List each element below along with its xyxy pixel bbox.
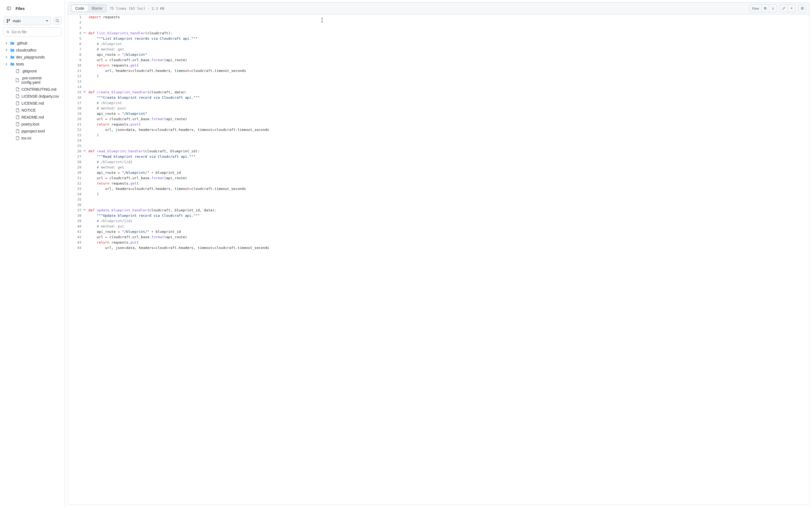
code-content[interactable]: api_route = "/blueprint" [85,111,809,116]
code-line[interactable]: 42 url = cloudcraft.url_base.format(api_… [68,234,809,240]
code-content[interactable] [85,202,809,208]
download-button[interactable] [769,4,777,12]
code-line[interactable]: 44 url, json=data, headers=cloudcraft.he… [68,245,809,250]
code-content[interactable]: api_route = "/blueprint/" + blueprint_id [85,229,809,234]
fold-toggle[interactable] [83,31,86,34]
code-line[interactable]: 34 ) [68,191,809,197]
code-line[interactable]: 12 ) [68,73,809,79]
code-content[interactable]: url, json=data, headers=cloudcraft.heade… [85,127,809,132]
code-content[interactable]: ) [85,132,809,138]
code-line[interactable]: 17 # /blueprint [68,100,809,106]
code-line[interactable]: 33 url, headers=cloudcraft.headers, time… [68,186,809,191]
line-number[interactable]: 19 [68,111,85,116]
code-line[interactable]: 36 [68,202,809,208]
tree-folder[interactable]: dev_playgrounds [3,54,61,61]
fold-toggle[interactable] [83,149,86,152]
code-line[interactable]: 5 """List blueprint records via Cloudcra… [68,36,809,41]
code-content[interactable] [85,197,809,202]
line-number[interactable]: 30 [68,170,85,175]
line-number[interactable]: 16 [68,95,85,100]
code-line[interactable]: 43 return requests.put( [68,240,809,245]
line-number[interactable]: 41 [68,229,85,234]
code-content[interactable]: url = cloudcraft.url_base.format(api_rou… [85,116,809,122]
code-line[interactable]: 10 return requests.get( [68,63,809,68]
raw-button[interactable]: Raw [750,4,762,12]
tab-code[interactable]: Code [71,5,88,11]
line-number[interactable]: 28 [68,159,85,165]
code-content[interactable] [85,79,809,84]
collapse-sidebar-button[interactable] [5,4,13,12]
code-line[interactable]: 1import requests [68,14,809,20]
line-number[interactable]: 20 [68,116,85,122]
line-number[interactable]: 38 [68,213,85,218]
code-content[interactable] [85,143,809,149]
code-content[interactable]: # method: put [85,224,809,229]
line-number[interactable]: 23 [68,132,85,138]
tree-file[interactable]: .pre-commit-config.yaml [3,74,61,86]
line-number[interactable]: 33 [68,186,85,191]
code-line[interactable]: 31 url = cloudcraft.url_base.format(api_… [68,175,809,181]
line-number[interactable]: 11 [68,68,85,73]
search-repo-button[interactable] [53,17,61,25]
code-content[interactable]: def update_blueprint_handler(cloudcraft,… [85,208,809,213]
tree-file[interactable]: NOTICE [3,107,61,114]
code-line[interactable]: 35 [68,197,809,202]
line-number[interactable]: 35 [68,197,85,202]
tree-folder[interactable]: cloudcraftco [3,47,61,54]
code-content[interactable] [85,84,809,90]
code-content[interactable]: # method: post [85,106,809,111]
tab-blame[interactable]: Blame [88,5,106,11]
copy-button[interactable] [761,4,769,12]
line-number[interactable]: 39 [68,218,85,224]
symbols-button[interactable] [798,4,806,12]
code-line[interactable]: 24 [68,138,809,143]
file-filter-input[interactable] [11,30,58,34]
code-line[interactable]: 37def update_blueprint_handler(cloudcraf… [68,208,809,213]
code-content[interactable]: url = cloudcraft.url_base.format(api_rou… [85,234,809,240]
code-line[interactable]: 25 [68,143,809,149]
code-content[interactable]: # method: get [85,165,809,170]
tree-file[interactable]: poetry.lock [3,121,61,128]
line-number[interactable]: 2 [68,20,85,25]
line-number[interactable]: 10 [68,63,85,68]
code-content[interactable]: url = cloudcraft.url_base.format(api_rou… [85,175,809,181]
fold-toggle[interactable] [83,208,86,211]
line-number[interactable]: 17 [68,100,85,106]
code-content[interactable]: # /blueprint/{id} [85,218,809,224]
code-content[interactable]: def read_blueprint_handler(cloudcraft, b… [85,149,809,154]
code-line[interactable]: 32 return requests.get( [68,181,809,186]
code-content[interactable]: return requests.get( [85,181,809,186]
code-content[interactable]: """Read blueprint record via Cloudcraft … [85,154,809,159]
code-line[interactable]: 38 """Update blueprint record via Cloudc… [68,213,809,218]
code-content[interactable]: import requests [85,14,809,20]
line-number[interactable]: 36 [68,202,85,208]
code-line[interactable]: 23 ) [68,132,809,138]
code-content[interactable]: return requests.put( [85,240,809,245]
line-number[interactable]: 32 [68,181,85,186]
line-number[interactable]: 26 [68,149,85,154]
code-line[interactable]: 28 # /blueprint/{id} [68,159,809,165]
code-line[interactable]: 27 """Read blueprint record via Cloudcra… [68,154,809,159]
line-number[interactable]: 22 [68,127,85,132]
code-line[interactable]: 8 api_route = "/blueprint" [68,52,809,57]
code-line[interactable]: 21 return requests.post( [68,122,809,127]
code-content[interactable]: return requests.post( [85,122,809,127]
code-line[interactable]: 19 api_route = "/blueprint" [68,111,809,116]
tree-file[interactable]: .gitignore [3,68,61,74]
code-content[interactable]: def list_blueprints_handler(cloudcraft): [85,31,809,36]
code-content[interactable]: """Create blueprint record via Cloudcraf… [85,95,809,100]
code-line[interactable]: 13 [68,79,809,84]
tree-file[interactable]: README.md [3,114,61,121]
line-number[interactable]: 31 [68,175,85,181]
line-number[interactable]: 9 [68,57,85,63]
line-number[interactable]: 24 [68,138,85,143]
code-content[interactable]: api_route = "/blueprint" [85,52,809,57]
line-number[interactable]: 7 [68,47,85,52]
line-number[interactable]: 13 [68,79,85,84]
line-number[interactable]: 6 [68,41,85,47]
line-number[interactable]: 25 [68,143,85,149]
code-line[interactable]: 26def read_blueprint_handler(cloudcraft,… [68,149,809,154]
tree-folder[interactable]: tests [3,61,61,68]
code-line[interactable]: 18 # method: post [68,106,809,111]
line-number[interactable]: 14 [68,84,85,90]
